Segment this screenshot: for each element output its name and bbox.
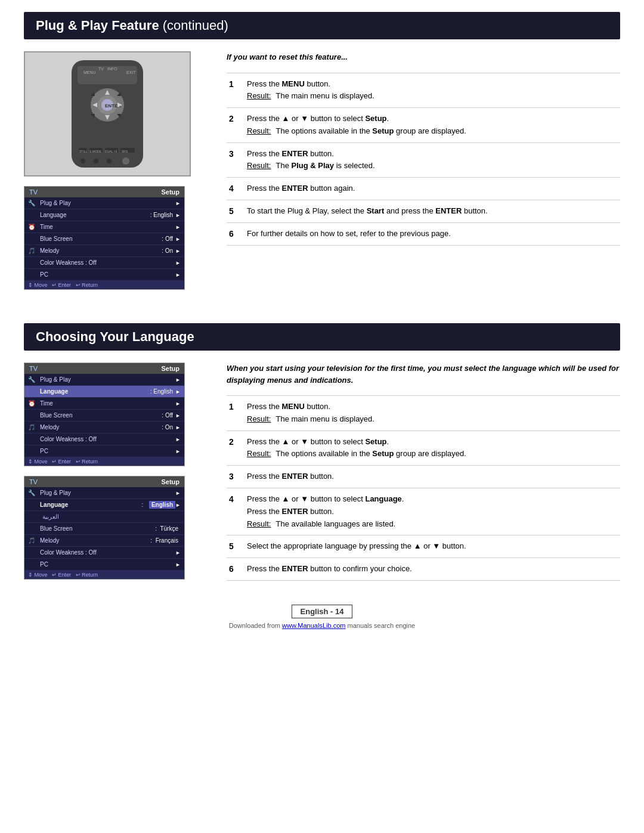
section1-left-col: MENU TV INFO EXIT ENTER: [24, 51, 209, 297]
step-number: 3: [227, 466, 244, 488]
svg-text:EXIT: EXIT: [126, 70, 136, 75]
tv-menu-row: PC ►: [24, 445, 184, 457]
step-number: 2: [227, 108, 244, 143]
section1-header: Plug & Play Feature (continued): [24, 12, 620, 39]
step-row: 5 Select the appropriate language by pre…: [227, 535, 620, 558]
step-content: Press the ENTER button again.: [244, 178, 620, 200]
row-icon: 🎵: [28, 424, 40, 431]
tv-menu-2-header: TV Setup: [24, 363, 184, 374]
step-row: 3 Press the ENTER button. Result: The Pl…: [227, 143, 620, 178]
svg-point-26: [80, 159, 85, 163]
step-number: 2: [227, 431, 244, 466]
tv-menu-row: Color Weakness : Off ►: [24, 547, 184, 559]
section2-right-col: When you start using your television for…: [227, 363, 620, 587]
result-label: Result:: [247, 125, 271, 138]
tv-menu-row: ⏰ Time ►: [24, 398, 184, 410]
step-row: 2 Press the ▲ or ▼ button to select Setu…: [227, 431, 620, 466]
tv-menu-row: 🎵 Melody : On ►: [24, 245, 184, 257]
tv-menu-row-arabic: العربية: [24, 511, 184, 523]
step-number: 5: [227, 535, 244, 558]
setup-label-3: Setup: [161, 478, 179, 485]
tv-menu-row: 🔧 Plug & Play ►: [24, 197, 184, 209]
section1-title: Plug & Play Feature (continued): [36, 18, 608, 33]
manualslib-link[interactable]: www.ManualsLib.com: [282, 622, 345, 629]
page-footer: English - 14 Downloaded from www.Manuals…: [24, 605, 620, 629]
section2-intro: When you start using your television for…: [227, 363, 620, 386]
svg-text:S.MODE: S.MODE: [89, 150, 101, 153]
result-label: Result:: [247, 448, 271, 460]
step-content: Press the ENTER button to confirm your c…: [244, 558, 620, 581]
tv-menu-row: PC ►: [24, 269, 184, 281]
step-content: Press the ▲ or ▼ button to select Langua…: [244, 488, 620, 535]
page-number: English - 14: [301, 607, 344, 616]
tv-menu-3-body: 🔧 Plug & Play ► Language : English ► الع…: [24, 487, 184, 571]
tv-menu-row: PC ►: [24, 559, 184, 571]
tv-label-2: TV: [29, 365, 38, 372]
result-label: Result:: [247, 413, 271, 426]
svg-text:DUAL I-II: DUAL I-II: [105, 150, 117, 153]
tv-menu-row: Blue Screen : Off ►: [24, 233, 184, 245]
tv-menu-3-header: TV Setup: [24, 476, 184, 487]
tv-menu-1: TV Setup 🔧 Plug & Play ► Language : Engl…: [24, 186, 185, 290]
tv-menu-1-header: TV Setup: [24, 187, 184, 197]
tv-menu-row: ⏰ Time ►: [24, 221, 184, 233]
svg-text:SRS: SRS: [122, 150, 128, 153]
setup-label-1: Setup: [161, 188, 179, 196]
tv-menu-2: TV Setup 🔧 Plug & Play ► Language : Engl…: [24, 363, 185, 466]
tv-menu-1-body: 🔧 Plug & Play ► Language : English ► ⏰ T…: [24, 197, 184, 281]
step-content: For further details on how to set, refer…: [244, 222, 620, 245]
step-number: 6: [227, 558, 244, 581]
step-row: 4 Press the ▲ or ▼ button to select Lang…: [227, 488, 620, 535]
step-row: 3 Press the ENTER button.: [227, 466, 620, 488]
step-row: 6 For further details on how to set, ref…: [227, 222, 620, 245]
step-number: 4: [227, 178, 244, 200]
step-content: Select the appropriate language by press…: [244, 535, 620, 558]
tv-menu-row: Blue Screen : Türkçe: [24, 523, 184, 535]
step-number: 1: [227, 73, 244, 108]
section2-steps-table: 1 Press the MENU button. Result: The mai…: [227, 395, 620, 581]
result-label: Result:: [247, 160, 271, 172]
step-content: Press the MENU button. Result: The main …: [244, 396, 620, 431]
section1-right-col: If you want to reset this feature... 1 P…: [227, 51, 620, 297]
step-row: 2 Press the ▲ or ▼ button to select Setu…: [227, 108, 620, 143]
lang-selected: English: [149, 501, 175, 509]
remote-svg: MENU TV INFO EXIT ENTER: [42, 57, 173, 171]
svg-text:STILL: STILL: [79, 150, 88, 153]
tv-menu-row: 🔧 Plug & Play ►: [24, 487, 184, 499]
step-row: 1 Press the MENU button. Result: The mai…: [227, 73, 620, 108]
step-content: Press the ENTER button. Result: The Plug…: [244, 143, 620, 178]
row-icon: 🔧: [28, 200, 40, 206]
row-icon: 🎵: [28, 537, 40, 544]
section1-intro: If you want to reset this feature...: [227, 51, 620, 63]
setup-label-2: Setup: [161, 365, 179, 372]
svg-point-27: [94, 159, 98, 163]
step-number: 1: [227, 396, 244, 431]
svg-point-28: [107, 159, 112, 163]
tv-menu-2-footer: ⇕ Move ↵ Enter ↩ Return: [24, 457, 184, 466]
step-number: 4: [227, 488, 244, 535]
tv-menu-row-selected: Language : English ►: [24, 386, 184, 398]
section2-title: Choosing Your Language: [36, 329, 608, 345]
tv-label-3: TV: [29, 478, 38, 485]
row-icon: 🔧: [28, 490, 40, 496]
svg-text:TV: TV: [98, 67, 104, 71]
section1-steps-table: 1 Press the MENU button. Result: The mai…: [227, 73, 620, 246]
tv-menu-row: 🎵 Melody : On ►: [24, 422, 184, 433]
tv-menu-row: Blue Screen : Off ►: [24, 410, 184, 422]
page-container: Plug & Play Feature (continued) MENU TV …: [0, 0, 644, 833]
step-row: 1 Press the MENU button. Result: The mai…: [227, 396, 620, 431]
tv-menu-row: Color Weakness : Off ►: [24, 257, 184, 269]
footer-download: Downloaded from www.ManualsLib.com manua…: [24, 622, 620, 629]
svg-text:MENU: MENU: [83, 70, 96, 75]
step-content: Press the ▲ or ▼ button to select Setup.…: [244, 431, 620, 466]
step-number: 3: [227, 143, 244, 178]
step-content: To start the Plug & Play, select the Sta…: [244, 200, 620, 223]
result-label: Result:: [247, 90, 271, 103]
tv-menu-row: Color Weakness : Off ►: [24, 433, 184, 445]
step-row: 4 Press the ENTER button again.: [227, 178, 620, 200]
step-number: 5: [227, 200, 244, 223]
step-content: Press the ▲ or ▼ button to select Setup.…: [244, 108, 620, 143]
tv-menu-3-footer: ⇕ Move ↵ Enter ↩ Return: [24, 571, 184, 579]
section2-content-row: TV Setup 🔧 Plug & Play ► Language : Engl…: [24, 363, 620, 587]
page-number-box: English - 14: [292, 605, 353, 618]
